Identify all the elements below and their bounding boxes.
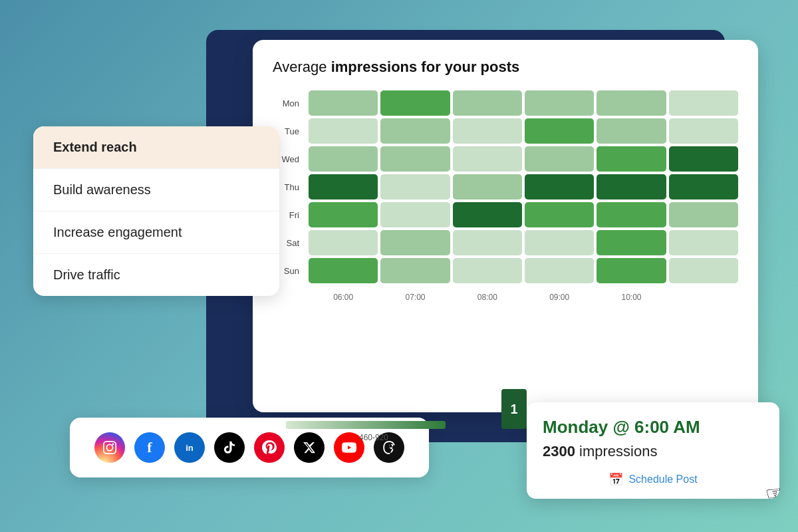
- menu-item-2[interactable]: Increase engagement: [33, 211, 279, 254]
- info-impressions: 2300 impressions: [543, 443, 763, 460]
- cursor-icon: ☞: [763, 481, 783, 505]
- heatmap-cell[interactable]: [525, 90, 594, 116]
- heatmap-cell[interactable]: [597, 174, 666, 200]
- heatmap-cell[interactable]: [669, 202, 738, 227]
- social-icon-x[interactable]: [294, 432, 325, 463]
- social-icon-pinterest[interactable]: [254, 432, 285, 463]
- rank-badge: 1: [501, 389, 527, 429]
- rank-number: 1: [510, 402, 517, 417]
- heatmap-cell[interactable]: [453, 230, 522, 255]
- heatmap-cell[interactable]: [380, 174, 450, 200]
- heatmap-cell[interactable]: [597, 258, 666, 283]
- heatmap-cell[interactable]: [309, 90, 378, 116]
- time-label: 08:00: [453, 290, 522, 302]
- calendar-icon: 📅: [608, 472, 623, 487]
- heatmap-cell[interactable]: [669, 118, 738, 144]
- heatmap-cell[interactable]: [669, 258, 738, 283]
- heatmap-cell[interactable]: [669, 146, 738, 172]
- time-label: 10:00: [597, 290, 666, 302]
- heatmap-cell[interactable]: [669, 90, 738, 116]
- heatmap-cell[interactable]: [309, 174, 378, 200]
- social-icon-tiktok[interactable]: [214, 432, 245, 463]
- heatmap-cell[interactable]: [380, 90, 450, 116]
- impressions-label: impressions: [575, 443, 657, 460]
- time-label: 07:00: [380, 290, 450, 302]
- heatmap-cell[interactable]: [453, 118, 522, 144]
- heatmap-cell[interactable]: [309, 202, 378, 227]
- heatmap-cell[interactable]: [380, 202, 450, 227]
- heatmap-cell[interactable]: [453, 258, 522, 283]
- heatmap-cell[interactable]: [453, 90, 522, 116]
- heatmap-cell[interactable]: [309, 146, 378, 172]
- info-day: Monday @ 6:00 AM: [543, 417, 763, 438]
- legend-range-text: 460-920: [359, 433, 388, 442]
- heatmap-cell[interactable]: [380, 258, 450, 283]
- heatmap-cell[interactable]: [525, 174, 594, 200]
- heatmap-cell[interactable]: [309, 230, 378, 255]
- heatmap-cell[interactable]: [525, 146, 594, 172]
- heatmap-cell[interactable]: [453, 146, 522, 172]
- heatmap-cell[interactable]: [525, 230, 594, 255]
- impressions-value: 2300: [543, 443, 575, 460]
- menu-item-0[interactable]: Extend reach: [33, 126, 279, 169]
- heatmap-cell[interactable]: [597, 90, 666, 116]
- svg-point-2: [112, 444, 114, 446]
- heatmap-cell[interactable]: [597, 202, 666, 227]
- heatmap-cell[interactable]: [597, 118, 666, 144]
- info-card: Monday @ 6:00 AM 2300 impressions 📅 Sche…: [527, 402, 779, 499]
- svg-rect-0: [104, 442, 116, 454]
- heatmap-cell[interactable]: [309, 258, 378, 283]
- legend-label: 460-920: [359, 433, 388, 442]
- heatmap-title: Average impressions for your posts: [273, 59, 738, 76]
- social-icon-linkedin[interactable]: in: [174, 432, 205, 463]
- time-row: 06:0007:0008:0009:0010:00: [273, 290, 738, 302]
- legend-bar: [286, 421, 446, 429]
- heatmap-cell[interactable]: [669, 174, 738, 200]
- menu-card: Extend reachBuild awarenessIncrease enga…: [33, 126, 279, 296]
- menu-item-1[interactable]: Build awareness: [33, 169, 279, 211]
- time-label: 06:00: [309, 290, 378, 302]
- heatmap-card: Average impressions for your posts MonTu…: [253, 40, 758, 412]
- social-icon-instagram[interactable]: [94, 432, 125, 463]
- heatmap-cell[interactable]: [669, 230, 738, 255]
- title-prefix: Average: [273, 59, 331, 75]
- heatmap-grid: MonTueWedThuFriSatSun: [273, 90, 738, 283]
- heatmap-cell[interactable]: [525, 118, 594, 144]
- day-label-mon: Mon: [273, 90, 306, 116]
- heatmap-cell[interactable]: [453, 174, 522, 200]
- heatmap-cell[interactable]: [380, 230, 450, 255]
- heatmap-cell[interactable]: [309, 118, 378, 144]
- time-label: 09:00: [525, 290, 594, 302]
- heatmap-cell[interactable]: [453, 202, 522, 227]
- heatmap-cell[interactable]: [380, 146, 450, 172]
- heatmap-cell[interactable]: [597, 230, 666, 255]
- svg-point-1: [106, 444, 112, 450]
- social-icon-facebook[interactable]: f: [134, 432, 165, 463]
- menu-item-3[interactable]: Drive traffic: [33, 254, 279, 296]
- heatmap-cell[interactable]: [525, 202, 594, 227]
- heatmap-cell[interactable]: [525, 258, 594, 283]
- schedule-button-label: Schedule Post: [628, 473, 697, 485]
- heatmap-cell[interactable]: [380, 118, 450, 144]
- heatmap-cell[interactable]: [597, 146, 666, 172]
- title-bold: impressions for your posts: [331, 59, 520, 75]
- schedule-post-button[interactable]: 📅 Schedule Post: [543, 472, 763, 487]
